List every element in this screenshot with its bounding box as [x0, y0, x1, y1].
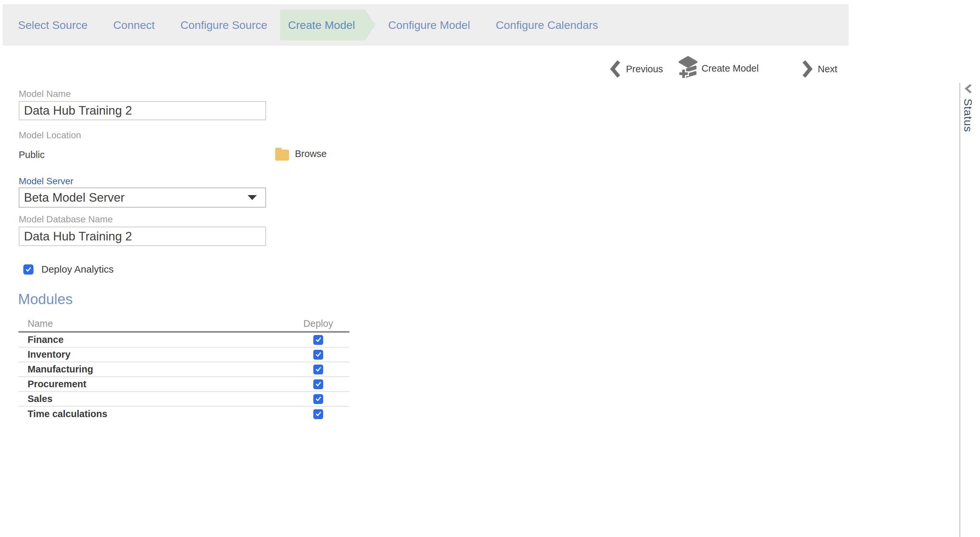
module-row: Finance: [18, 333, 350, 347]
status-panel-tab[interactable]: Status: [962, 83, 974, 132]
deploy-column-header: Deploy: [290, 318, 346, 329]
module-name: Manufacturing: [18, 364, 290, 375]
folder-icon: [275, 147, 290, 161]
module-name: Sales: [18, 394, 290, 404]
status-panel-divider: [959, 83, 960, 537]
next-button[interactable]: Next: [801, 59, 837, 79]
modules-table: Name Deploy FinanceInventoryManufacturin…: [18, 316, 350, 421]
modules-table-header: Name Deploy: [18, 316, 350, 331]
module-row: Procurement: [18, 377, 350, 392]
chevron-left-icon: [609, 60, 621, 78]
create-model-layers-icon: [678, 56, 698, 81]
model-server-select[interactable]: Beta Model Server: [19, 188, 266, 207]
wizard-step-configure-source[interactable]: Configure Source: [167, 4, 280, 46]
wizard-step-create-model[interactable]: Create Model: [280, 10, 375, 40]
deploy-analytics-checkbox[interactable]: [23, 265, 33, 274]
wizard-step-select-source[interactable]: Select Source: [5, 4, 100, 46]
previous-button-label: Previous: [626, 64, 663, 75]
module-deploy-checkbox[interactable]: [313, 350, 323, 360]
module-deploy-checkbox[interactable]: [313, 379, 323, 389]
module-deploy-checkbox[interactable]: [313, 335, 323, 345]
create-model-page: Select SourceConnectConfigure SourceCrea…: [0, 0, 980, 537]
previous-button[interactable]: Previous: [609, 59, 663, 79]
model-name-label: Model Name: [19, 89, 71, 99]
wizard-step-bar: Select SourceConnectConfigure SourceCrea…: [3, 4, 849, 46]
module-deploy-cell: [290, 409, 346, 419]
module-row: Time calculations: [18, 406, 350, 421]
module-deploy-cell: [290, 379, 346, 389]
dropdown-caret-icon: [248, 195, 257, 200]
modules-heading: Modules: [18, 291, 73, 308]
create-model-button[interactable]: Create Model: [678, 56, 759, 81]
module-deploy-cell: [290, 335, 346, 345]
model-database-name-label: Model Database Name: [19, 214, 113, 225]
module-deploy-checkbox[interactable]: [313, 394, 323, 404]
module-name: Inventory: [18, 349, 290, 360]
model-name-input[interactable]: [19, 101, 266, 120]
wizard-step-configure-calendars[interactable]: Configure Calendars: [483, 4, 611, 46]
deploy-analytics-row: Deploy Analytics: [23, 264, 114, 275]
create-model-button-label: Create Model: [702, 63, 759, 74]
model-database-name-input[interactable]: [19, 226, 266, 246]
collapse-left-icon: [964, 83, 973, 94]
browse-button[interactable]: Browse: [275, 147, 327, 161]
deploy-analytics-label: Deploy Analytics: [41, 264, 114, 275]
module-name: Time calculations: [18, 409, 290, 419]
wizard-step-connect[interactable]: Connect: [100, 4, 168, 46]
status-panel-label: Status: [962, 99, 974, 132]
model-location-value: Public: [19, 150, 45, 160]
module-row: Inventory: [18, 347, 350, 362]
model-location-label: Model Location: [19, 130, 81, 140]
wizard-step-configure-model[interactable]: Configure Model: [375, 4, 483, 46]
module-deploy-cell: [290, 394, 346, 404]
name-column-header: Name: [18, 318, 290, 329]
module-deploy-cell: [290, 365, 346, 374]
chevron-right-icon: [801, 60, 813, 78]
module-name: Finance: [18, 335, 290, 345]
module-row: Sales: [18, 392, 350, 406]
module-deploy-checkbox[interactable]: [313, 365, 323, 374]
module-deploy-cell: [290, 350, 346, 360]
modules-table-body: FinanceInventoryManufacturingProcurement…: [18, 333, 350, 421]
browse-button-label: Browse: [295, 148, 327, 159]
module-deploy-checkbox[interactable]: [313, 409, 323, 419]
model-server-label: Model Server: [19, 176, 73, 186]
module-row: Manufacturing: [18, 362, 350, 377]
next-button-label: Next: [818, 64, 837, 75]
module-name: Procurement: [18, 379, 290, 390]
model-server-selected-value: Beta Model Server: [24, 191, 248, 205]
